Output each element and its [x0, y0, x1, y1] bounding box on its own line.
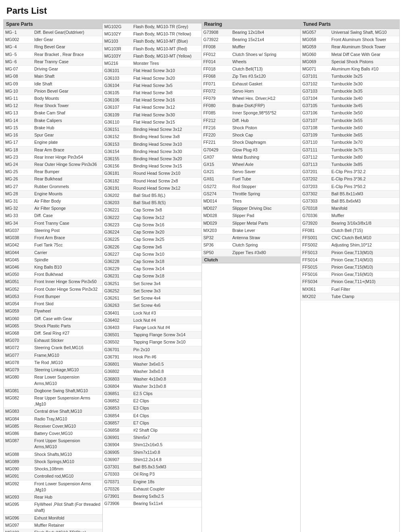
part-id: MG060 — [5, 316, 34, 322]
list-item: MG·14Brake Calipers — [4, 117, 102, 124]
list-item: G37112Turnbuckle 3x80 — [301, 154, 399, 161]
part-id: MG·17 — [5, 139, 34, 145]
list-item: G70429Glow Plug #3 — [202, 147, 301, 154]
part-name: Binding Head Screw 3x12 — [133, 126, 200, 132]
part-id: G37103 — [302, 88, 331, 94]
part-id: G36231 — [104, 273, 133, 279]
part-id: MG··5 — [5, 52, 34, 58]
list-item: G37201E-Clip Pins 3*32.2 — [301, 168, 399, 176]
part-id: G36182 — [104, 178, 133, 184]
part-name: Shim12.2x14.8 — [133, 457, 200, 463]
list-item: MD027Slippper Driving Disc — [202, 205, 301, 212]
part-name: Cap Screw 3x18 — [133, 273, 200, 279]
part-id: MG044 — [5, 250, 34, 256]
list-item: G36803Washer 4x10x0.8 — [103, 376, 202, 383]
part-name: Set Screw 4x6 — [133, 302, 200, 308]
part-name: Brake DisK(FRP) — [233, 103, 299, 109]
part-id: MG069 — [302, 59, 331, 65]
part-name: Round Head Screw 2x8 — [133, 178, 200, 184]
part-id: G37303 — [302, 198, 331, 204]
list-item: MG097Muffler Retainer — [4, 522, 102, 529]
part-id: G73906 — [104, 501, 133, 507]
part-name: Flywheel — [34, 308, 101, 314]
list-item: FFS013Pinion Gear,T13(M10) — [301, 249, 399, 257]
list-item: G37103Turnbuckle 3x35 — [301, 88, 399, 95]
list-item: MG·33Diff. Case — [4, 212, 102, 219]
part-id: MX061 — [302, 286, 331, 292]
part-name: Flat Head Screw 3x20 — [133, 75, 200, 81]
part-id: G36854 — [104, 413, 133, 419]
list-item: FF008Muffler — [202, 43, 301, 51]
list-item: MG··4Ring Bevel Gear — [4, 43, 102, 51]
part-id: G37104 — [302, 95, 331, 101]
part-id: MG002 — [5, 37, 34, 43]
part-id: G37101 — [302, 73, 331, 79]
part-id: MG065 — [5, 323, 34, 329]
list-item: MG079Steering Linkage,MG10 — [4, 366, 102, 374]
part-id: SP50 — [204, 250, 233, 256]
column-3: Tuned PartsMG057Universal Swing Shaft, M… — [300, 19, 400, 532]
part-id: G36261 — [104, 295, 133, 301]
list-item: MG·09Idle Shaft — [4, 81, 102, 88]
part-id: G36907 — [104, 457, 133, 463]
part-id: G70326 — [104, 486, 133, 492]
part-name: Muffler — [331, 213, 398, 219]
part-id: FFS001 — [302, 235, 331, 241]
part-name: Bearing 3/16x3/8x1/8 — [331, 220, 398, 226]
list-item: MG·17Engine plate — [4, 139, 102, 146]
part-name: Driving Gear — [34, 66, 101, 72]
part-name: Cap Screw 3x16 — [133, 222, 200, 228]
list-item: MG060Diff. Case with Gear — [4, 315, 102, 323]
part-id: G36107 — [104, 104, 133, 110]
part-id: MG085 — [5, 423, 34, 429]
list-item: G36225Cap Screw 3x25 — [103, 236, 202, 243]
part-id: MD028 — [204, 213, 233, 219]
list-item: G36801Washer 3x6x0.5 — [103, 361, 202, 368]
part-name: Bearing 5x8x2.5 — [133, 493, 200, 499]
list-item: G70326Exhaust Coupler — [103, 486, 202, 493]
part-name: FlyWheel ,Pilot Shaft (For threaded shaf… — [34, 501, 101, 513]
part-id: G36851 — [104, 391, 133, 397]
part-name: Flash Body, MG10-MT (Red) — [133, 46, 200, 52]
part-id: MG086 — [5, 431, 34, 437]
part-id: MG097 — [5, 522, 34, 528]
part-name: E-Clip Pins 3*32.2 — [331, 169, 398, 175]
part-id: G36106 — [104, 97, 133, 103]
list-item: MG095FlyWheel ,Pilot Shaft (For threaded… — [4, 501, 102, 514]
list-item: G37108Turnbuckle 3x60 — [301, 124, 399, 132]
list-item: MG051Front Inner Hinge Screw Pin3x50 — [4, 278, 102, 286]
part-id: GX21 — [204, 169, 233, 175]
part-name: Turnbuckle 3x45 — [331, 103, 398, 109]
list-item: FF080Brake DisK(FRP) — [202, 102, 301, 110]
list-item: FF220Shock Cap — [202, 132, 301, 139]
column-header-0: Spare Parts — [4, 20, 102, 29]
list-item: FF072Servo Horn — [202, 88, 301, 95]
part-name: Servo Horn — [233, 88, 299, 94]
part-id: G36153 — [104, 141, 133, 147]
part-id: MG··6 — [5, 59, 34, 65]
part-name: Front Bumper — [34, 294, 101, 300]
list-item: G36501Tapping Flange Screw 3x14 — [103, 331, 202, 339]
part-name: Flat Head Screw 3x12 — [133, 104, 200, 110]
column-1: MG102GFlash Body, MG10-TR (Grey)MG102YFl… — [102, 19, 202, 532]
part-id: GS272 — [204, 184, 233, 190]
list-item: G37302Ball B5.8x11xM3 — [301, 190, 399, 198]
list-item: MG077Frame,MG10 — [4, 352, 102, 359]
list-item: G36191Round Head Screw 3x12 — [103, 185, 202, 192]
list-item: MG084Radio Tray,MG10 — [4, 416, 102, 423]
part-name: Flat Head Screw 3x8 — [133, 90, 200, 96]
part-name: Slipper Metal Parts — [233, 220, 299, 226]
list-item: MG091Controlled rod,MG10 — [4, 473, 102, 480]
part-id: G37301 — [104, 464, 133, 470]
part-name: Brake Lever — [233, 228, 299, 234]
list-item: MG216Monster Tires — [103, 60, 202, 67]
part-id: G36263 — [104, 302, 133, 308]
list-item: G36502Tapping Flange Screw 3x10 — [103, 339, 202, 346]
part-id: FFS034 — [302, 279, 331, 285]
part-name: Zipper Ties #3x80 — [233, 250, 299, 256]
part-id: FF085 — [204, 110, 233, 116]
list-item: MG·27Rubber Grommets — [4, 183, 102, 190]
list-item: MG053Front Bumper — [4, 293, 102, 300]
part-id: MG·11 — [5, 95, 34, 101]
part-name: Binding Head Screw 3x10 — [133, 141, 200, 147]
